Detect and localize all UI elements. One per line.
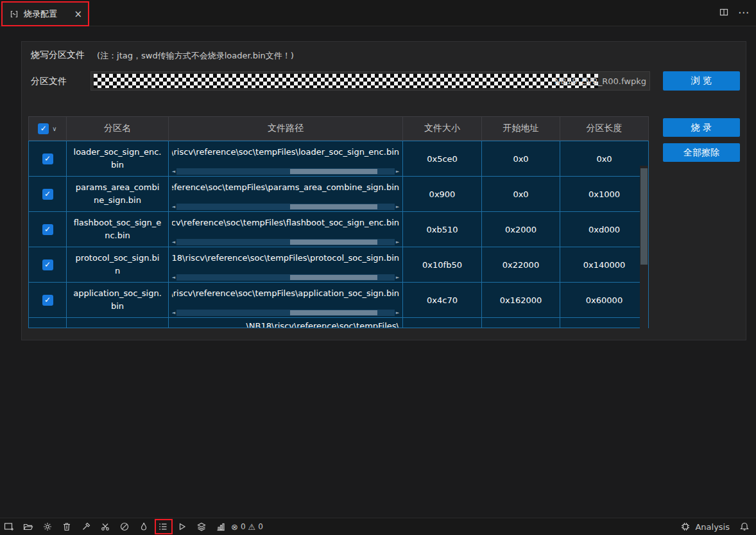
select-all-checkbox[interactable]: ✓ [38,123,49,134]
start-address: 0x22000 [482,247,560,282]
header-name: 分区名 [67,117,169,140]
scroll-left-icon[interactable]: ◄ [171,239,176,245]
scroll-right-icon[interactable]: ► [395,274,400,281]
file-size: 0x900 [403,177,482,211]
chevron-down-icon[interactable]: ∨ [52,125,56,132]
check-icon: ✓ [44,295,51,304]
debug-run-icon[interactable] [177,522,187,532]
table-row: ✓ loader_soc_sign_enc.bin B18\riscv\refe… [29,141,648,177]
row-checkbox[interactable]: ✓ [42,153,53,164]
burn-config-icon [9,9,19,19]
file-size: 0xb510 [403,212,482,247]
scroll-right-icon[interactable]: ► [395,239,400,245]
hscroll-thumb[interactable] [290,275,377,280]
row-checkbox[interactable]: ✓ [42,189,53,200]
vscroll-thumb[interactable] [640,168,648,265]
tab-title: 烧录配置 [24,8,57,20]
partition-file-input[interactable]: NB18_EVB_R00.fwpkg [90,71,650,91]
file-path-cell: B18\riscv\reference\soc\tempFiles\loader… [169,141,403,176]
path-hscrollbar[interactable]: ◄ ► [171,168,400,175]
stack-layers-icon[interactable] [196,522,207,532]
start-address [482,318,560,328]
serial-monitor-list-icon[interactable] [158,522,168,532]
path-hscrollbar[interactable]: ◄ ► [171,274,400,281]
chip-icon [680,522,691,532]
image-analysis-chart-icon[interactable] [216,522,226,532]
hscroll-thumb[interactable] [290,169,377,174]
file-path: \NB18\riscv\reference\soc\tempFiles\ [246,321,399,328]
hscroll-track[interactable] [176,274,395,281]
header-length: 分区长度 [560,117,648,140]
hscroll-track[interactable] [176,239,395,245]
row-checkbox[interactable]: ✓ [42,224,53,235]
hscroll-thumb[interactable] [290,204,377,209]
start-address: 0x162000 [482,283,560,317]
row-checkbox[interactable]: ✓ [42,259,53,270]
scroll-left-icon[interactable]: ◄ [171,274,176,281]
scroll-left-icon[interactable]: ◄ [171,204,176,210]
problems-indicator[interactable]: ⊗ 0 ⚠ 0 [231,522,263,532]
redaction-pattern [94,74,598,88]
hscroll-thumb[interactable] [290,310,377,315]
start-address: 0x0 [482,177,560,211]
hscroll-thumb[interactable] [290,240,377,245]
editor-tab-bar: 烧录配置 × ⋯ [0,0,756,26]
table-row: ✓ flashboot_soc_sign_enc.bin \riscv\refe… [29,212,648,247]
scroll-right-icon[interactable]: ► [395,310,400,316]
file-path-cell: \riscv\reference\soc\tempFiles\flashboot… [169,212,403,247]
table-row: ✓ params_area_combine_sign.bin cv\refere… [29,177,648,212]
stop-icon[interactable] [119,522,130,532]
partition-file-label: 分区文件 [31,76,67,87]
section-note: (注：jtag，swd传输方式不会烧录loader.bin文件！) [97,50,294,62]
scroll-right-icon[interactable]: ► [395,204,400,210]
path-hscrollbar[interactable]: ◄ ► [171,310,400,316]
notifications-bell-icon[interactable] [739,522,750,532]
partition-name: loader_soc_sign_enc.bin [67,141,169,176]
hscroll-track[interactable] [176,168,395,175]
hscroll-track[interactable] [176,204,395,210]
rebuild-scissors-icon[interactable] [100,522,110,532]
errors-count: 0 [241,522,246,531]
settings-gear-icon[interactable] [42,522,53,532]
section-title: 烧写分区文件 [31,49,85,61]
check-icon: ✓ [44,225,51,234]
burn-flame-icon[interactable] [139,522,149,532]
row-checkbox[interactable]: ✓ [42,295,53,306]
start-address: 0x2000 [482,212,560,247]
build-tool-icon[interactable] [81,522,91,532]
header-start: 开始地址 [482,117,560,140]
hscroll-track[interactable] [176,310,395,316]
file-path: cv\reference\soc\tempFiles\params_area_c… [172,182,399,194]
warnings-count: 0 [258,522,263,531]
table-header-row: ✓ ∨ 分区名 文件路径 文件大小 开始地址 分区长度 [28,116,649,141]
file-path-cell: NB18\riscv\reference\soc\tempFiles\proto… [169,247,403,282]
partition-name: protocol_soc_sign.bin [67,247,169,282]
open-project-icon[interactable] [23,522,33,532]
browse-button[interactable]: 浏 览 [663,71,740,91]
table-vscrollbar[interactable] [640,166,648,328]
close-icon[interactable]: × [74,10,82,19]
scroll-left-icon[interactable]: ◄ [171,168,176,175]
header-path: 文件路径 [169,117,403,140]
burn-config-panel: 烧写分区文件 (注：jtag，swd传输方式不会烧录loader.bin文件！)… [21,41,746,340]
analysis-label[interactable]: Analysis [695,522,730,532]
partition-name: params_area_combine_sign.bin [67,177,169,211]
tab-burn-config[interactable]: 烧录配置 × [3,3,89,26]
clean-trash-icon[interactable] [62,522,72,532]
header-select-all[interactable]: ✓ ∨ [29,117,67,140]
file-size: 0x10fb50 [403,247,482,282]
file-size: 0x4c70 [403,283,482,317]
partition-name: flashboot_soc_sign_enc.bin [67,212,169,247]
path-hscrollbar[interactable]: ◄ ► [171,239,400,245]
new-project-icon[interactable] [4,522,14,532]
scroll-right-icon[interactable]: ► [395,168,400,175]
file-size [403,318,482,328]
erase-all-button[interactable]: 全部擦除 [663,143,740,162]
burn-button[interactable]: 烧 录 [663,118,740,137]
table-row: ✓ protocol_soc_sign.bin NB18\riscv\refer… [29,247,648,283]
partition-length: 0x140000 [560,247,648,282]
more-actions-icon[interactable]: ⋯ [738,6,750,19]
path-hscrollbar[interactable]: ◄ ► [171,204,400,210]
scroll-left-icon[interactable]: ◄ [171,310,176,316]
split-editor-icon[interactable] [719,7,729,17]
